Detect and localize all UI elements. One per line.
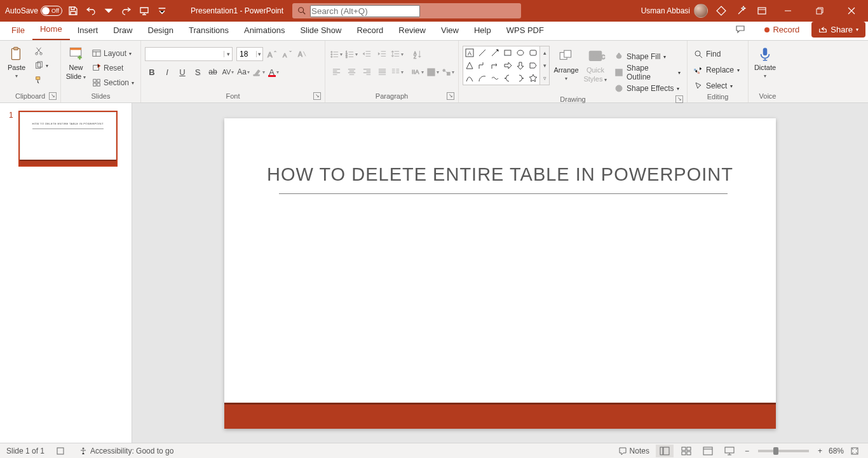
font-color-button[interactable]: A▾ [267, 65, 281, 79]
undo-icon[interactable] [84, 4, 98, 18]
cut-button[interactable] [32, 45, 51, 57]
zoom-slider[interactable] [758, 450, 809, 452]
toggle-track[interactable]: Off [41, 6, 62, 16]
arrange-button[interactable]: Arrange▾ [553, 46, 579, 83]
tab-record[interactable]: Record [349, 22, 391, 40]
shape-elbow-arrow-icon[interactable] [489, 59, 501, 72]
shape-effects-button[interactable]: Shape Effects▾ [612, 81, 683, 95]
reset-button[interactable]: Reset [90, 62, 137, 74]
share-button[interactable]: Share ▾ [811, 22, 865, 38]
shape-right-arrow-icon[interactable] [501, 59, 514, 72]
shape-line-icon[interactable] [476, 46, 489, 59]
gallery-more-icon[interactable]: ▿ [540, 72, 549, 85]
diamond-icon[interactable] [714, 4, 728, 18]
bullets-button[interactable]: ▾ [329, 47, 343, 61]
restore-button[interactable] [807, 0, 832, 22]
shapes-gallery[interactable]: A [463, 46, 540, 85]
shadow-button[interactable]: S [191, 65, 205, 79]
change-case-button[interactable]: Aa▾ [236, 65, 250, 79]
zoom-percent[interactable]: 68% [829, 447, 844, 455]
shape-brace-right-icon[interactable] [514, 72, 527, 85]
shape-arc-icon[interactable] [476, 72, 489, 85]
font-size-input[interactable] [237, 50, 256, 59]
numbering-button[interactable]: 123▾ [344, 47, 358, 61]
font-size-combo[interactable]: ▾ [236, 47, 263, 61]
tab-home[interactable]: Home [32, 20, 70, 40]
status-spellcheck[interactable] [53, 445, 67, 457]
shape-textbox-icon[interactable]: A [463, 46, 476, 59]
quick-styles-button[interactable]: Abc Quick Styles ▾ [583, 46, 608, 84]
char-spacing-button[interactable]: AV▾ [221, 65, 235, 79]
dialog-launcher-icon[interactable]: ↘ [447, 92, 454, 100]
justify-button[interactable] [375, 65, 389, 79]
slide-canvas-area[interactable]: HOW TO DELETE ENTIRE TABLE IN POWERPOINT [132, 103, 868, 443]
tab-insert[interactable]: Insert [70, 22, 106, 40]
thumb-preview[interactable]: HOW TO DELETE ENTIRE TABLE IN POWERPOINT [18, 111, 118, 167]
slide-title-text[interactable]: HOW TO DELETE ENTIRE TABLE IN POWERPOINT [224, 164, 776, 185]
search-box[interactable] [292, 3, 521, 18]
zoom-slider-thumb[interactable] [773, 447, 778, 455]
status-accessibility[interactable]: Accessibility: Good to go [76, 445, 176, 457]
slide[interactable]: HOW TO DELETE ENTIRE TABLE IN POWERPOINT [224, 118, 776, 429]
shrink-font-button[interactable]: A [280, 47, 294, 61]
align-text-button[interactable]: ▾ [426, 65, 440, 79]
redo-icon[interactable] [119, 4, 133, 18]
shape-elbow-icon[interactable] [476, 59, 489, 72]
wand-icon[interactable] [735, 4, 749, 18]
paste-button[interactable]: Paste ▾ [4, 43, 29, 80]
minimize-button[interactable] [775, 0, 801, 22]
tab-design[interactable]: Design [140, 22, 181, 40]
font-family-input[interactable] [146, 50, 224, 59]
highlight-button[interactable]: ▾ [252, 65, 266, 79]
chevron-down-icon[interactable]: ▾ [256, 51, 262, 57]
shape-curve-icon[interactable] [463, 72, 476, 85]
increase-indent-button[interactable] [375, 47, 389, 61]
align-left-button[interactable] [329, 65, 343, 79]
autosave-toggle[interactable]: AutoSave Off [5, 6, 62, 16]
text-direction-button[interactable]: IIA▾ [410, 65, 424, 79]
gallery-down-icon[interactable]: ▾ [540, 59, 549, 72]
copy-button[interactable]: ▾ [32, 59, 51, 72]
tab-view[interactable]: View [433, 22, 466, 40]
tab-wps-pdf[interactable]: WPS PDF [499, 22, 552, 40]
record-button[interactable]: Record [757, 22, 806, 38]
tab-draw[interactable]: Draw [105, 22, 140, 40]
notes-button[interactable]: Notes [616, 445, 652, 457]
strike-button[interactable]: ab [206, 65, 220, 79]
view-reading-icon[interactable] [699, 445, 717, 457]
dialog-launcher-icon[interactable]: ↘ [675, 95, 683, 103]
comments-button[interactable] [728, 21, 752, 38]
tab-help[interactable]: Help [466, 22, 499, 40]
shape-star-icon[interactable] [527, 72, 539, 85]
format-painter-button[interactable] [32, 74, 51, 87]
gallery-up-icon[interactable]: ▴ [540, 46, 549, 59]
zoom-in-button[interactable]: + [815, 445, 825, 457]
dialog-launcher-icon[interactable]: ↘ [49, 92, 57, 100]
find-button[interactable]: Find [691, 47, 742, 61]
dictate-button[interactable]: Dictate▾ [752, 43, 778, 80]
ribbon-mode-icon[interactable] [755, 4, 769, 18]
shape-arrow-line-icon[interactable] [489, 46, 501, 59]
tab-transitions[interactable]: Transitions [181, 22, 236, 40]
underline-button[interactable]: U [175, 65, 189, 79]
tab-animations[interactable]: Animations [236, 22, 292, 40]
fit-to-window-icon[interactable] [848, 445, 862, 457]
shape-down-arrow-icon[interactable] [514, 59, 527, 72]
tab-slideshow[interactable]: Slide Show [292, 22, 349, 40]
tab-review[interactable]: Review [391, 22, 433, 40]
undo-more-icon[interactable] [102, 4, 116, 18]
shape-triangle-icon[interactable] [463, 59, 476, 72]
thumbnail-pane[interactable]: 1 HOW TO DELETE ENTIRE TABLE IN POWERPOI… [0, 103, 132, 443]
chevron-down-icon[interactable]: ▾ [15, 73, 18, 80]
layout-button[interactable]: Layout▾ [90, 47, 137, 60]
smartart-button[interactable]: ▾ [441, 65, 455, 79]
tab-file[interactable]: File [4, 22, 32, 40]
customize-qat-icon[interactable] [155, 4, 169, 18]
select-button[interactable]: Select▾ [691, 79, 742, 93]
shape-pentagon-icon[interactable] [527, 59, 539, 72]
replace-button[interactable]: abReplace▾ [691, 63, 742, 77]
grow-font-button[interactable]: A [264, 47, 278, 61]
view-slideshow-icon[interactable] [721, 445, 738, 457]
line-spacing-button[interactable]: ▾ [390, 47, 404, 61]
dialog-launcher-icon[interactable]: ↘ [313, 92, 321, 100]
